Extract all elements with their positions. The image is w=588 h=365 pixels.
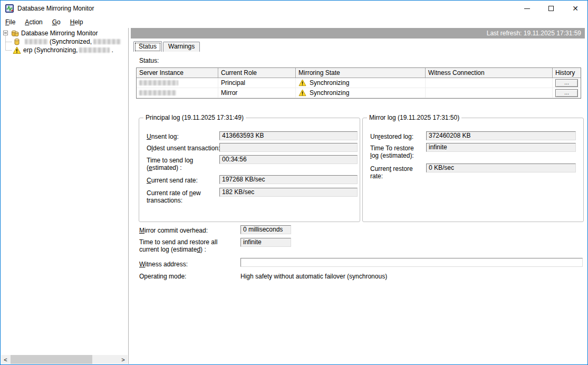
time-send-restore-all-label: Time to send and restore all current log… — [139, 238, 238, 253]
window-title: Database Mirroring Monitor — [17, 5, 94, 12]
last-refresh-bar: Last refresh: 19.11.2025 17:31:59 — [131, 28, 585, 39]
menu-file[interactable]: File — [1, 17, 20, 27]
status-section-label: Status: — [139, 57, 159, 64]
time-to-restore-log-value[interactable]: infinite — [426, 143, 576, 152]
tree-item-synchronized-db[interactable]: (Synchronized, — [1, 37, 128, 46]
cell-witness-connection — [426, 78, 553, 88]
tab-status-label: Status — [139, 43, 157, 50]
cell-current-role: Mirror — [218, 88, 296, 98]
titlebar: Database Mirroring Monitor ✕ — [1, 1, 587, 16]
tab-status[interactable]: Status — [133, 41, 162, 52]
tree-root-label: Database Mirroring Monitor — [21, 30, 98, 37]
unrestored-log-label: Unrestored log: — [370, 133, 425, 140]
warning-icon — [298, 79, 306, 87]
redacted-db-name — [25, 39, 48, 44]
cell-mirroring-state: Synchronizing — [296, 78, 426, 88]
time-to-restore-log-label: Time To restore log (estimated): — [370, 145, 423, 159]
table-row[interactable]: Mirror Synchronizing ... — [137, 88, 581, 98]
cell-server-instance — [137, 88, 218, 98]
current-restore-rate-value[interactable]: 0 KB/sec — [426, 164, 576, 172]
tab-warnings[interactable]: Warnings — [163, 42, 200, 52]
menu-go[interactable]: Go — [47, 17, 65, 27]
history-button[interactable]: ... — [555, 89, 578, 97]
database-icon — [13, 38, 21, 46]
tree-item-status: (Synchronized, — [50, 38, 92, 45]
tree-horizontal-scrollbar[interactable]: < > — [1, 355, 128, 364]
cell-mirroring-state: Synchronizing — [296, 88, 426, 98]
cell-server-instance — [137, 78, 218, 88]
window-controls: ✕ — [515, 1, 587, 16]
cell-history: ... — [553, 78, 581, 88]
server-tree-panel: Database Mirroring Monitor (Synchronized… — [1, 28, 129, 364]
unsent-log-value[interactable]: 413663593 KB — [219, 131, 358, 140]
table-header-row: Server Instance Current Role Mirroring S… — [137, 68, 581, 78]
time-send-restore-all-value[interactable]: infinite — [240, 238, 291, 247]
scroll-left-icon[interactable]: < — [1, 355, 10, 364]
mirror-commit-overhead-value[interactable]: 0 milliseconds — [240, 225, 291, 234]
column-header-current-role[interactable]: Current Role — [218, 68, 296, 78]
principal-log-group: Principal log (19.11.2025 17:31:49) Unse… — [139, 118, 360, 222]
status-table: Server Instance Current Role Mirroring S… — [136, 68, 581, 99]
collapse-icon[interactable] — [3, 31, 8, 35]
unrestored-log-value[interactable]: 372460208 KB — [426, 131, 576, 140]
tree-root-database-mirroring-monitor[interactable]: Database Mirroring Monitor — [1, 29, 128, 37]
maximize-button[interactable] — [539, 1, 563, 16]
menu-help[interactable]: Help — [65, 17, 88, 27]
current-send-rate-label: Current send rate: — [147, 177, 217, 184]
current-rate-new-transactions-value[interactable]: 182 KB/sec — [219, 188, 358, 197]
detail-panel: Last refresh: 19.11.2025 17:31:59 Status… — [131, 28, 587, 364]
column-header-witness-connection[interactable]: Witness Connection — [426, 68, 553, 78]
close-button[interactable]: ✕ — [563, 1, 587, 16]
scroll-right-icon[interactable]: > — [119, 355, 128, 364]
current-rate-new-transactions-label: Current rate of new transactions: — [147, 189, 211, 204]
warning-icon — [13, 46, 21, 54]
app-window: Database Mirroring Monitor ✕ File Action… — [0, 0, 588, 365]
mirroring-state-text: Synchronizing — [310, 79, 349, 87]
oldest-unsent-transaction-value[interactable] — [219, 143, 358, 152]
cell-witness-connection — [426, 88, 553, 98]
minimize-icon — [524, 8, 530, 9]
column-header-history[interactable]: History — [553, 68, 581, 78]
mirror-log-group: Mirror log (19.11.2025 17:31:50) Unresto… — [362, 118, 584, 222]
menu-bar: File Action Go Help — [1, 16, 587, 27]
last-refresh-text: Last refresh: 19.11.2025 17:31:59 — [487, 30, 581, 37]
mirroring-state-text: Synchronizing — [310, 89, 349, 97]
witness-address-label: Witness address: — [139, 261, 239, 268]
app-icon — [5, 4, 14, 13]
principal-log-title: Principal log (19.11.2025 17:31:49) — [143, 114, 246, 121]
time-to-send-log-value[interactable]: 00:34:56 — [219, 155, 358, 164]
maximize-icon — [548, 6, 554, 11]
tree-item-erp-db[interactable]: erp (Synchronizing, . — [1, 46, 128, 54]
current-restore-rate-label: Current restore rate: — [370, 165, 425, 180]
current-send-rate-value[interactable]: 197268 KB/sec — [219, 175, 358, 184]
tree-item-status: (Synchronizing, — [34, 46, 78, 54]
redacted-server-name — [93, 39, 121, 44]
mirror-log-title: Mirror log (19.11.2025 17:31:50) — [367, 114, 461, 121]
cell-current-role: Principal — [218, 78, 296, 88]
table-row[interactable]: Principal Synchronizing ... — [137, 78, 581, 88]
cell-history: ... — [553, 88, 581, 98]
time-to-send-log-label: Time to send log (estimated) : — [147, 157, 205, 171]
oldest-unsent-transaction-label: Oldest unsent transaction: — [147, 145, 220, 152]
tree-item-name: erp — [23, 46, 32, 54]
tab-strip: Status Warnings — [133, 41, 201, 52]
redacted-server-name — [139, 90, 176, 95]
mirror-commit-overhead-label: Mirror commit overhead: — [139, 227, 239, 234]
tree-item-trailing: . — [111, 46, 113, 54]
scrollbar-thumb[interactable] — [11, 355, 92, 364]
history-button[interactable]: ... — [555, 79, 578, 87]
close-icon: ✕ — [572, 5, 579, 12]
unsent-log-label: Unsent log: — [147, 133, 217, 140]
operating-mode-value: High safety without automatic failover (… — [240, 273, 387, 280]
witness-address-value[interactable] — [240, 258, 583, 267]
warning-icon — [298, 89, 306, 97]
minimize-button[interactable] — [515, 1, 539, 16]
database-monitor-icon — [11, 30, 19, 37]
redacted-server-name — [139, 80, 178, 85]
redacted-server-name — [79, 47, 110, 53]
column-header-server-instance[interactable]: Server Instance — [137, 68, 218, 78]
tab-warnings-label: Warnings — [168, 43, 195, 50]
menu-action[interactable]: Action — [20, 17, 47, 27]
column-header-mirroring-state[interactable]: Mirroring State — [296, 68, 426, 78]
operating-mode-label: Operating mode: — [139, 273, 239, 280]
